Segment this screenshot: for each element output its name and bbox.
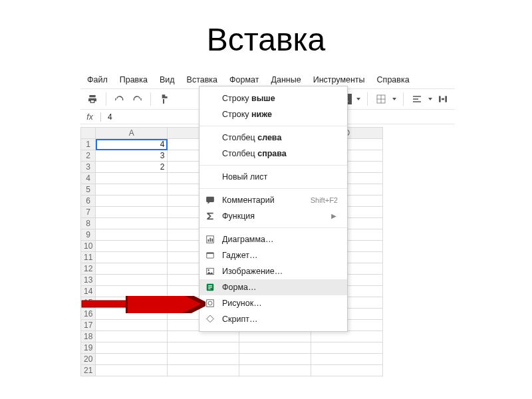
menu-item[interactable]: Новый лист (200, 169, 347, 185)
print-icon[interactable] (86, 92, 99, 106)
cell-B21[interactable] (168, 365, 239, 376)
cell-C22[interactable] (239, 376, 311, 377)
cell-A12[interactable] (96, 263, 168, 275)
cell-B19[interactable] (168, 342, 239, 354)
cell-A13[interactable] (96, 275, 168, 286)
menu-item-label: Новый лист (222, 172, 267, 182)
row-header-22[interactable]: 22 (81, 376, 96, 377)
cell-A17[interactable] (96, 320, 168, 331)
cell-D21[interactable] (311, 365, 383, 376)
menu-item[interactable]: Скрипт… (200, 311, 347, 327)
cell-A9[interactable] (96, 229, 168, 241)
menu-item[interactable]: Столбец справа (200, 146, 347, 162)
row-header-2[interactable]: 2 (81, 150, 96, 162)
cell-D22[interactable] (311, 376, 383, 377)
image-icon (205, 266, 215, 277)
svg-rect-18 (207, 300, 214, 307)
cell-A6[interactable] (96, 196, 168, 207)
cell-D19[interactable] (311, 342, 383, 354)
cell-A7[interactable] (96, 207, 168, 218)
cell-C19[interactable] (239, 342, 311, 354)
menu-данные[interactable]: Данные (271, 75, 301, 84)
row-header-18[interactable]: 18 (81, 331, 96, 342)
cell-A3[interactable]: 2 (96, 162, 168, 173)
row-header-7[interactable]: 7 (81, 207, 96, 218)
menu-справка[interactable]: Справка (377, 75, 410, 84)
cell-A4[interactable] (96, 173, 168, 184)
row-header-20[interactable]: 20 (81, 354, 96, 365)
menu-формат[interactable]: Формат (229, 75, 259, 84)
row-header-14[interactable]: 14 (81, 286, 96, 297)
row-header-11[interactable]: 11 (81, 252, 96, 263)
row-header-8[interactable]: 8 (81, 218, 96, 229)
menu-item[interactable]: КомментарийShift+F2 (200, 192, 347, 208)
cell-A8[interactable] (96, 218, 168, 229)
menu-item[interactable]: Столбец слева (200, 130, 347, 146)
menu-item[interactable]: Функция► (200, 208, 347, 224)
col-header-A[interactable]: A (96, 128, 168, 139)
menu-item[interactable]: Форма… (200, 279, 347, 295)
cell-A5[interactable] (96, 184, 168, 196)
menu-separator (200, 126, 347, 126)
menu-правка[interactable]: Правка (120, 75, 148, 84)
cell-A10[interactable] (96, 241, 168, 252)
svg-rect-15 (208, 285, 212, 286)
row-header-12[interactable]: 12 (81, 263, 96, 275)
menu-item-label: Комментарий (222, 196, 275, 205)
cell-A2[interactable]: 3 (96, 150, 168, 162)
cell-A11[interactable] (96, 252, 168, 263)
cell-A1[interactable]: 4 (96, 139, 168, 150)
menu-item[interactable]: Строку ниже (200, 106, 347, 122)
cell-C18[interactable] (239, 331, 311, 342)
paint-format-icon[interactable] (158, 92, 171, 106)
caret-down-icon[interactable] (356, 98, 360, 100)
row-header-4[interactable]: 4 (81, 173, 96, 184)
cell-D20[interactable] (311, 354, 383, 365)
align-icon[interactable] (410, 92, 424, 106)
cell-A14[interactable] (96, 286, 168, 297)
script-icon (205, 314, 215, 325)
pointer-arrow (80, 296, 205, 313)
cell-A21[interactable] (96, 365, 168, 376)
cell-C20[interactable] (239, 354, 311, 365)
menu-item[interactable]: Рисунок… (200, 295, 347, 311)
caret-down-icon[interactable] (428, 98, 432, 100)
row-header-19[interactable]: 19 (81, 342, 96, 354)
row-header-1[interactable]: 1 (81, 139, 96, 150)
row-header-6[interactable]: 6 (81, 196, 96, 207)
menu-файл[interactable]: Файл (87, 75, 108, 84)
shortcut: Shift+F2 (311, 196, 338, 204)
cell-A18[interactable] (96, 331, 168, 342)
svg-rect-7 (208, 239, 209, 242)
borders-icon[interactable] (374, 92, 388, 106)
row-header-9[interactable]: 9 (81, 229, 96, 241)
cell-A19[interactable] (96, 342, 168, 354)
menu-инструменты[interactable]: Инструменты (313, 75, 365, 84)
row-header-21[interactable]: 21 (81, 365, 96, 376)
menu-вставка[interactable]: Вставка (187, 75, 217, 84)
redo-icon[interactable] (130, 92, 144, 106)
menu-item[interactable]: Диаграмма… (200, 231, 347, 247)
row-header-13[interactable]: 13 (81, 275, 96, 286)
cell-B22[interactable] (168, 376, 239, 377)
row-header-10[interactable]: 10 (81, 241, 96, 252)
cell-C21[interactable] (239, 365, 311, 376)
cell-A20[interactable] (96, 354, 168, 365)
cell-B20[interactable] (168, 354, 239, 365)
wrap-icon[interactable] (436, 92, 450, 106)
svg-point-13 (208, 269, 209, 271)
cell-B18[interactable] (168, 331, 239, 342)
row-header-3[interactable]: 3 (81, 162, 96, 173)
slide-title: Вставка (0, 21, 532, 58)
caret-down-icon[interactable] (392, 98, 396, 100)
menu-item[interactable]: Гаджет… (200, 247, 347, 263)
menu-item[interactable]: Строку выше (200, 90, 347, 106)
cell-A22[interactable] (96, 376, 168, 377)
menu-вид[interactable]: Вид (160, 75, 175, 84)
row-header-17[interactable]: 17 (81, 320, 96, 331)
row-header-5[interactable]: 5 (81, 184, 96, 196)
menu-item-label: Строку ниже (222, 110, 272, 119)
undo-icon[interactable] (113, 92, 126, 106)
menu-item[interactable]: Изображение… (200, 263, 347, 279)
cell-D18[interactable] (311, 331, 383, 342)
